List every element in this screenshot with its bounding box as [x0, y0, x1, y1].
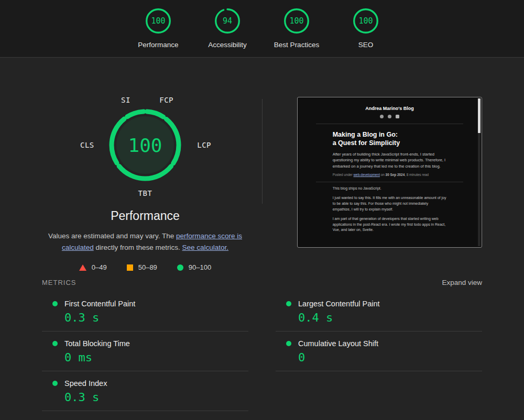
- performance-overview: 100 SI FCP CLS LCP TBT Performance Value…: [42, 97, 482, 271]
- performance-category-section: 100 SI FCP CLS LCP TBT Performance Value…: [0, 58, 524, 411]
- legend-range: 90–100: [189, 263, 211, 271]
- thumb-article: Making a Blog in Go: a Quest for Simplic…: [333, 130, 447, 176]
- metric-speed-index: Speed Index 0.3 s: [42, 371, 248, 411]
- legend-range: 50–89: [138, 263, 157, 271]
- metric-value: 0.4 s: [298, 311, 482, 324]
- score-link-seo[interactable]: 100 SEO: [341, 7, 391, 49]
- posted-text: Posted under: [333, 173, 354, 176]
- final-screenshot-thumbnail: Andrea Marino's Blog Making a Blog in Go…: [297, 97, 482, 248]
- legend-range: 0–49: [92, 263, 107, 271]
- github-icon: [388, 115, 391, 118]
- metric-name: Speed Index: [64, 379, 107, 388]
- vertical-divider: [262, 99, 263, 204]
- thumb-scrollbar: [478, 98, 481, 246]
- metric-cumulative-layout-shift: Cumulative Layout Shift 0: [276, 331, 482, 371]
- metric-name: Total Blocking Time: [64, 339, 130, 348]
- thumb-divider: [316, 124, 463, 124]
- thumb-article-intro: After years of building thick JavaScript…: [333, 151, 447, 170]
- score-label: Accessibility: [208, 41, 247, 49]
- score-link-performance[interactable]: 100 Performance: [133, 7, 183, 49]
- pass-dot-icon: [52, 301, 58, 306]
- description-text: Values are estimated and may vary. The: [48, 232, 176, 240]
- best-practices-gauge: 100: [283, 7, 310, 35]
- lighthouse-report: 100 Performance 94 Accessibility 100 Bes…: [0, 0, 524, 411]
- metric-value: 0.3 s: [64, 391, 248, 404]
- posted-date: 30 Sep 2024: [386, 173, 405, 176]
- see-calculator-link[interactable]: See calculator.: [182, 244, 229, 251]
- pass-dot-icon: [286, 301, 291, 306]
- score-legend: 0–49 50–89 90–100: [42, 263, 248, 271]
- posted-category-link: web-development: [353, 173, 379, 176]
- category-title: Performance: [42, 209, 248, 223]
- score-label: SEO: [358, 41, 374, 49]
- fail-triangle-icon: [79, 264, 86, 271]
- score-value: 94: [214, 7, 241, 35]
- score-label: Performance: [138, 41, 178, 49]
- score-value: 100: [352, 7, 379, 35]
- score-value: 100: [283, 7, 310, 35]
- lcp-metric-label: LCP: [197, 141, 211, 149]
- metrics-grid: First Contentful Paint 0.3 s Total Block…: [42, 292, 482, 411]
- thumb-article-heading: Making a Blog in Go: a Quest for Simplic…: [333, 130, 447, 148]
- metric-name: First Contentful Paint: [64, 300, 135, 308]
- metrics-heading: METRICS: [42, 279, 77, 286]
- fcp-metric-label: FCP: [159, 96, 173, 104]
- metrics-column-left: First Contentful Paint 0.3 s Total Block…: [42, 292, 248, 411]
- score-label: Best Practices: [274, 41, 319, 49]
- description-text: directly from these metrics.: [94, 244, 182, 251]
- score-link-best-practices[interactable]: 100 Best Practices: [271, 7, 322, 49]
- score-value: 100: [145, 7, 172, 35]
- posted-text: on: [380, 173, 386, 176]
- thumb-paragraph: This blog ships no JavaScript.: [333, 186, 447, 192]
- thumb-article-body: This blog ships no JavaScript. I just wa…: [333, 186, 447, 233]
- thumb-scrollbar-thumb: [478, 98, 481, 133]
- metric-total-blocking-time: Total Blocking Time 0 ms: [42, 331, 248, 371]
- cls-metric-label: CLS: [80, 141, 94, 149]
- expand-view-button[interactable]: Expand view: [442, 279, 482, 286]
- posted-text: , 8 minutes read: [405, 173, 429, 176]
- metrics-column-right: Largest Contentful Paint 0.4 s Cumulativ…: [276, 292, 482, 411]
- linkedin-icon: [396, 115, 399, 118]
- pass-dot-icon: [52, 341, 58, 346]
- si-metric-label: SI: [121, 96, 130, 104]
- score-description: Values are estimated and may vary. The p…: [42, 230, 248, 253]
- performance-gauge-panel: 100 SI FCP CLS LCP TBT Performance Value…: [42, 97, 248, 271]
- pass-dot-icon: [52, 381, 58, 386]
- metric-value: 0.3 s: [64, 311, 248, 324]
- legend-fail: 0–49: [79, 263, 107, 271]
- pass-circle-icon: [177, 264, 183, 271]
- score-link-accessibility[interactable]: 94 Accessibility: [202, 7, 253, 49]
- metric-name: Cumulative Layout Shift: [298, 339, 378, 348]
- seo-gauge: 100: [352, 7, 379, 35]
- tbt-metric-label: TBT: [138, 189, 152, 197]
- thumb-divider: [316, 182, 463, 182]
- rss-icon: [380, 115, 384, 118]
- thumb-posted-line: Posted under web-development on 30 Sep 2…: [333, 173, 447, 176]
- legend-average: 50–89: [127, 263, 157, 271]
- metric-value: 0 ms: [64, 351, 248, 364]
- legend-pass: 90–100: [177, 263, 211, 271]
- accessibility-gauge: 94: [214, 7, 241, 35]
- thumb-paragraph: I just wanted to say this. It fills me w…: [333, 195, 447, 213]
- average-square-icon: [127, 264, 133, 271]
- performance-score-value: 100: [103, 103, 187, 187]
- thumb-social-icons: [298, 115, 482, 118]
- metrics-section: METRICS Expand view First Contentful Pai…: [42, 279, 482, 411]
- metric-value: 0: [298, 351, 482, 364]
- metric-name: Largest Contentful Paint: [298, 300, 380, 308]
- metrics-header: METRICS Expand view: [42, 279, 482, 286]
- metric-largest-contentful-paint: Largest Contentful Paint 0.4 s: [276, 292, 482, 331]
- final-screenshot-panel: Andrea Marino's Blog Making a Blog in Go…: [297, 97, 482, 248]
- performance-gauge: 100: [145, 7, 172, 35]
- metric-first-contentful-paint: First Contentful Paint 0.3 s: [42, 292, 248, 331]
- scores-summary-bar: 100 Performance 94 Accessibility 100 Bes…: [0, 0, 524, 58]
- pass-dot-icon: [286, 341, 291, 346]
- performance-score-gauge: 100 SI FCP CLS LCP TBT: [103, 103, 187, 187]
- thumb-site-title: Andrea Marino's Blog: [298, 106, 482, 111]
- thumb-paragraph: I am part of that generation of develope…: [333, 216, 447, 234]
